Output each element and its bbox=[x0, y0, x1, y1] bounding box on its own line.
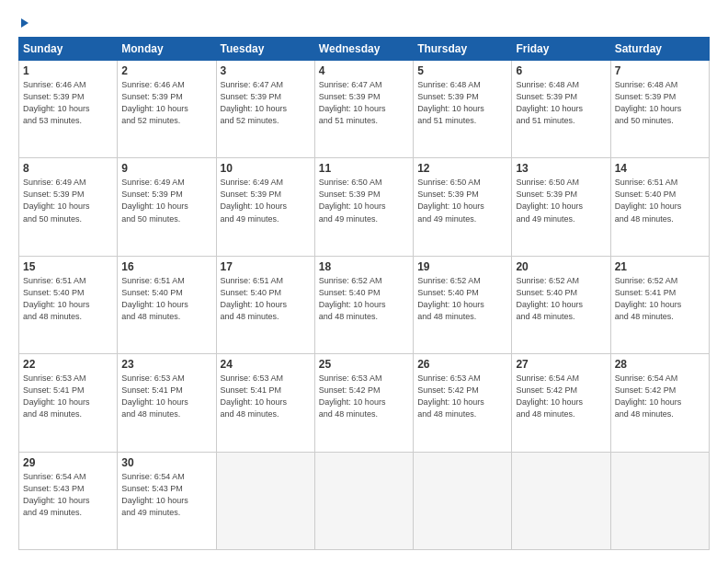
calendar-cell: 27Sunrise: 6:54 AM Sunset: 5:42 PM Dayli… bbox=[512, 354, 610, 452]
calendar-cell bbox=[512, 452, 610, 549]
day-number: 11 bbox=[319, 162, 409, 175]
calendar-cell: 5Sunrise: 6:48 AM Sunset: 5:39 PM Daylig… bbox=[414, 61, 512, 158]
calendar-cell: 6Sunrise: 6:48 AM Sunset: 5:39 PM Daylig… bbox=[512, 61, 610, 158]
day-number: 18 bbox=[319, 260, 409, 273]
calendar-cell: 14Sunrise: 6:51 AM Sunset: 5:40 PM Dayli… bbox=[610, 158, 709, 256]
day-info: Sunrise: 6:51 AM Sunset: 5:40 PM Dayligh… bbox=[615, 177, 705, 224]
header bbox=[18, 17, 710, 28]
day-info: Sunrise: 6:47 AM Sunset: 5:39 PM Dayligh… bbox=[221, 79, 311, 127]
day-number: 3 bbox=[221, 64, 311, 77]
day-info: Sunrise: 6:52 AM Sunset: 5:40 PM Dayligh… bbox=[516, 275, 606, 323]
day-of-week-header: SundayMondayTuesdayWednesdayThursdayFrid… bbox=[19, 38, 710, 61]
day-number: 14 bbox=[615, 162, 705, 175]
day-number: 23 bbox=[121, 358, 211, 371]
day-info: Sunrise: 6:53 AM Sunset: 5:41 PM Dayligh… bbox=[121, 373, 211, 420]
calendar-body: 1Sunrise: 6:46 AM Sunset: 5:39 PM Daylig… bbox=[19, 61, 710, 550]
calendar-cell: 11Sunrise: 6:50 AM Sunset: 5:39 PM Dayli… bbox=[314, 158, 413, 256]
day-number: 2 bbox=[121, 64, 211, 77]
day-info: Sunrise: 6:54 AM Sunset: 5:42 PM Dayligh… bbox=[516, 373, 606, 420]
calendar-cell bbox=[414, 452, 512, 549]
calendar-cell: 26Sunrise: 6:53 AM Sunset: 5:42 PM Dayli… bbox=[414, 354, 512, 452]
day-number: 28 bbox=[615, 358, 705, 371]
day-number: 29 bbox=[23, 456, 113, 469]
day-info: Sunrise: 6:50 AM Sunset: 5:39 PM Dayligh… bbox=[516, 177, 606, 224]
calendar-cell: 3Sunrise: 6:47 AM Sunset: 5:39 PM Daylig… bbox=[216, 61, 314, 158]
calendar-cell: 16Sunrise: 6:51 AM Sunset: 5:40 PM Dayli… bbox=[118, 256, 216, 353]
day-info: Sunrise: 6:48 AM Sunset: 5:39 PM Dayligh… bbox=[417, 79, 507, 127]
calendar-cell: 15Sunrise: 6:51 AM Sunset: 5:40 PM Dayli… bbox=[19, 256, 118, 353]
calendar-cell bbox=[216, 452, 314, 549]
logo-arrow-icon bbox=[21, 18, 28, 28]
calendar-cell: 2Sunrise: 6:46 AM Sunset: 5:39 PM Daylig… bbox=[118, 61, 216, 158]
calendar-cell: 19Sunrise: 6:52 AM Sunset: 5:40 PM Dayli… bbox=[414, 256, 512, 353]
calendar-cell: 12Sunrise: 6:50 AM Sunset: 5:39 PM Dayli… bbox=[414, 158, 512, 256]
day-number: 5 bbox=[417, 64, 507, 77]
day-info: Sunrise: 6:54 AM Sunset: 5:42 PM Dayligh… bbox=[615, 373, 705, 420]
calendar-cell: 13Sunrise: 6:50 AM Sunset: 5:39 PM Dayli… bbox=[512, 158, 610, 256]
calendar-cell: 8Sunrise: 6:49 AM Sunset: 5:39 PM Daylig… bbox=[19, 158, 118, 256]
day-number: 10 bbox=[221, 162, 311, 175]
day-number: 8 bbox=[23, 162, 113, 175]
day-info: Sunrise: 6:51 AM Sunset: 5:40 PM Dayligh… bbox=[23, 275, 113, 323]
day-number: 17 bbox=[221, 260, 311, 273]
day-number: 20 bbox=[516, 260, 606, 273]
day-info: Sunrise: 6:46 AM Sunset: 5:39 PM Dayligh… bbox=[23, 79, 113, 127]
day-number: 12 bbox=[417, 162, 507, 175]
day-info: Sunrise: 6:50 AM Sunset: 5:39 PM Dayligh… bbox=[417, 177, 507, 224]
calendar-cell: 20Sunrise: 6:52 AM Sunset: 5:40 PM Dayli… bbox=[512, 256, 610, 353]
week-row-3: 15Sunrise: 6:51 AM Sunset: 5:40 PM Dayli… bbox=[19, 256, 710, 353]
calendar-cell: 28Sunrise: 6:54 AM Sunset: 5:42 PM Dayli… bbox=[610, 354, 709, 452]
column-header-thursday: Thursday bbox=[414, 38, 512, 61]
day-number: 22 bbox=[23, 358, 113, 371]
day-number: 24 bbox=[221, 358, 311, 371]
day-info: Sunrise: 6:53 AM Sunset: 5:42 PM Dayligh… bbox=[319, 373, 409, 420]
column-header-friday: Friday bbox=[512, 38, 610, 61]
calendar-table: SundayMondayTuesdayWednesdayThursdayFrid… bbox=[18, 37, 710, 550]
week-row-4: 22Sunrise: 6:53 AM Sunset: 5:41 PM Dayli… bbox=[19, 354, 710, 452]
day-info: Sunrise: 6:51 AM Sunset: 5:40 PM Dayligh… bbox=[221, 275, 311, 323]
calendar-cell: 30Sunrise: 6:54 AM Sunset: 5:43 PM Dayli… bbox=[118, 452, 216, 549]
day-number: 25 bbox=[319, 358, 409, 371]
day-number: 27 bbox=[516, 358, 606, 371]
week-row-1: 1Sunrise: 6:46 AM Sunset: 5:39 PM Daylig… bbox=[19, 61, 710, 158]
day-info: Sunrise: 6:50 AM Sunset: 5:39 PM Dayligh… bbox=[319, 177, 409, 224]
column-header-monday: Monday bbox=[118, 38, 216, 61]
week-row-2: 8Sunrise: 6:49 AM Sunset: 5:39 PM Daylig… bbox=[19, 158, 710, 256]
day-number: 1 bbox=[23, 64, 113, 77]
calendar-cell: 17Sunrise: 6:51 AM Sunset: 5:40 PM Dayli… bbox=[216, 256, 314, 353]
calendar-cell: 4Sunrise: 6:47 AM Sunset: 5:39 PM Daylig… bbox=[314, 61, 413, 158]
day-number: 26 bbox=[417, 358, 507, 371]
logo bbox=[18, 17, 28, 28]
day-info: Sunrise: 6:51 AM Sunset: 5:40 PM Dayligh… bbox=[121, 275, 211, 323]
day-info: Sunrise: 6:54 AM Sunset: 5:43 PM Dayligh… bbox=[121, 471, 211, 519]
calendar-cell: 21Sunrise: 6:52 AM Sunset: 5:41 PM Dayli… bbox=[610, 256, 709, 353]
week-row-5: 29Sunrise: 6:54 AM Sunset: 5:43 PM Dayli… bbox=[19, 452, 710, 549]
day-info: Sunrise: 6:48 AM Sunset: 5:39 PM Dayligh… bbox=[615, 79, 705, 127]
day-info: Sunrise: 6:53 AM Sunset: 5:42 PM Dayligh… bbox=[417, 373, 507, 420]
day-info: Sunrise: 6:52 AM Sunset: 5:40 PM Dayligh… bbox=[417, 275, 507, 323]
day-info: Sunrise: 6:49 AM Sunset: 5:39 PM Dayligh… bbox=[23, 177, 113, 224]
calendar-cell: 18Sunrise: 6:52 AM Sunset: 5:40 PM Dayli… bbox=[314, 256, 413, 353]
calendar-cell: 1Sunrise: 6:46 AM Sunset: 5:39 PM Daylig… bbox=[19, 61, 118, 158]
calendar-cell: 29Sunrise: 6:54 AM Sunset: 5:43 PM Dayli… bbox=[19, 452, 118, 549]
day-number: 16 bbox=[121, 260, 211, 273]
day-number: 4 bbox=[319, 64, 409, 77]
day-number: 6 bbox=[516, 64, 606, 77]
day-info: Sunrise: 6:53 AM Sunset: 5:41 PM Dayligh… bbox=[23, 373, 113, 420]
calendar-cell: 9Sunrise: 6:49 AM Sunset: 5:39 PM Daylig… bbox=[118, 158, 216, 256]
day-info: Sunrise: 6:52 AM Sunset: 5:40 PM Dayligh… bbox=[319, 275, 409, 323]
day-number: 15 bbox=[23, 260, 113, 273]
day-info: Sunrise: 6:46 AM Sunset: 5:39 PM Dayligh… bbox=[121, 79, 211, 127]
page: SundayMondayTuesdayWednesdayThursdayFrid… bbox=[0, 0, 728, 563]
day-info: Sunrise: 6:52 AM Sunset: 5:41 PM Dayligh… bbox=[615, 275, 705, 323]
day-number: 30 bbox=[121, 456, 211, 469]
day-info: Sunrise: 6:53 AM Sunset: 5:41 PM Dayligh… bbox=[221, 373, 311, 420]
calendar-cell: 24Sunrise: 6:53 AM Sunset: 5:41 PM Dayli… bbox=[216, 354, 314, 452]
calendar-cell bbox=[314, 452, 413, 549]
column-header-wednesday: Wednesday bbox=[314, 38, 413, 61]
calendar-cell bbox=[610, 452, 709, 549]
day-number: 21 bbox=[615, 260, 705, 273]
day-info: Sunrise: 6:54 AM Sunset: 5:43 PM Dayligh… bbox=[23, 471, 113, 519]
day-number: 9 bbox=[121, 162, 211, 175]
calendar-cell: 10Sunrise: 6:49 AM Sunset: 5:39 PM Dayli… bbox=[216, 158, 314, 256]
